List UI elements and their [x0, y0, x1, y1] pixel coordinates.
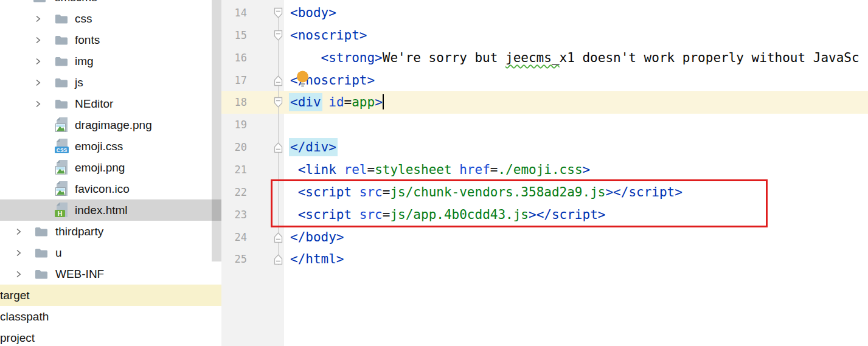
code-segment: = [367, 162, 375, 177]
fold-start-marker-icon[interactable] [274, 97, 283, 111]
code-segment: x1 doesn't work properly without JavaSc [560, 50, 859, 65]
code-segment: </div> [289, 138, 338, 156]
line-number: 19 [221, 114, 247, 136]
code-segment [336, 162, 344, 177]
tree-item-web-inf[interactable]: WEB-INF [0, 263, 221, 285]
fold-end-marker-icon[interactable] [274, 232, 283, 246]
tree-item-classpath[interactable]: classpath [0, 306, 221, 327]
code-segment: <strong> [321, 50, 383, 65]
chevron-right-icon[interactable] [15, 249, 23, 260]
tree-item-label: js [75, 76, 83, 89]
tree-item-label: css [75, 12, 92, 26]
code-line-19[interactable] [284, 114, 868, 136]
tree-item-img[interactable]: img [0, 50, 221, 72]
project-tree-scrollbar[interactable] [212, 0, 221, 261]
code-segment [290, 162, 298, 177]
code-segment [290, 50, 321, 65]
line-number: 23 [221, 204, 247, 226]
code-segment: rel [344, 162, 367, 177]
intention-bulb-icon[interactable] [296, 70, 310, 91]
tree-item-favicon-ico[interactable]: favicon.ico [0, 178, 221, 199]
folder-icon [55, 13, 68, 27]
tree-item-css[interactable]: css [0, 8, 221, 29]
code-segment: href [459, 162, 490, 177]
tree-item-project[interactable]: project [0, 327, 221, 346]
tree-item-u[interactable]: u [0, 242, 221, 263]
tree-item-target[interactable]: target [0, 285, 221, 306]
folder-icon [55, 35, 68, 48]
line-number: 25 [221, 248, 247, 271]
fold-end-marker-icon[interactable] [274, 254, 283, 268]
code-line-20[interactable]: </div> [284, 136, 868, 159]
folder-icon [35, 226, 48, 240]
code-line-24[interactable]: </body> [284, 226, 868, 249]
code-segment: </body> [290, 230, 344, 244]
tree-item-label: dragimage.png [75, 119, 152, 132]
code-segment: > [375, 95, 383, 109]
chevron-right-icon[interactable] [34, 57, 42, 68]
tree-item-label: emoji.css [75, 140, 123, 153]
tree-item-index-html[interactable]: Hindex.html [0, 199, 221, 221]
line-number: 16 [221, 47, 247, 69]
code-segment: id [328, 95, 344, 109]
tree-item-js[interactable]: js [0, 72, 221, 93]
tree-item-label: emoji.png [75, 161, 125, 175]
tree-item-label: index.html [75, 204, 128, 217]
chevron-right-icon[interactable] [34, 78, 42, 89]
line-number: 18 [221, 91, 247, 114]
chevron-down-icon[interactable] [13, 0, 21, 4]
tree-item-label: target [0, 289, 30, 302]
chevron-right-icon[interactable] [15, 270, 23, 281]
fold-start-marker-icon[interactable] [274, 7, 283, 21]
chevron-right-icon[interactable] [34, 15, 42, 26]
code-segment: <link [298, 162, 336, 177]
tree-item-label: smscms [55, 0, 97, 4]
tree-item-label: thirdparty [55, 225, 103, 238]
code-line-25[interactable]: </html> [284, 248, 868, 271]
line-number: 17 [221, 69, 247, 92]
code-line-16[interactable]: <strong>We're sorry but jeecms_x1 doesn'… [284, 47, 868, 69]
code-segment: <body> [290, 5, 336, 20]
line-number: 14 [221, 2, 247, 24]
line-number: 21 [221, 159, 247, 181]
line-number: 24 [221, 226, 247, 249]
code-segment [321, 95, 329, 109]
image-file-icon [55, 181, 69, 199]
tree-item-neditor[interactable]: NEditor [0, 93, 221, 114]
code-segment: </html> [290, 252, 344, 266]
tree-item-fonts[interactable]: fonts [0, 29, 221, 50]
svg-text:CSS: CSS [57, 147, 68, 153]
code-segment: > [583, 162, 591, 177]
folder-icon [35, 269, 48, 282]
tree-item-emoji-png[interactable]: emoji.png [0, 157, 221, 178]
tree-item-smscms[interactable]: smscms [0, 0, 221, 8]
fold-start-marker-icon[interactable] [274, 30, 283, 44]
line-number: 15 [221, 24, 247, 47]
tree-item-label: WEB-INF [55, 268, 104, 281]
folder-icon [55, 99, 68, 112]
chevron-right-icon[interactable] [34, 100, 42, 111]
code-line-15[interactable]: <noscript> [284, 24, 868, 47]
text-cursor [383, 94, 384, 109]
fold-end-marker-icon[interactable] [274, 75, 283, 89]
fold-end-marker-icon[interactable] [274, 142, 283, 156]
tree-item-thirdparty[interactable]: thirdparty [0, 221, 221, 242]
tree-item-dragimage-png[interactable]: dragimage.png [0, 114, 221, 136]
code-line-21[interactable]: <link rel=stylesheet href=./emoji.css> [284, 159, 868, 181]
code-segment: jeecms_ [505, 50, 560, 65]
code-segment [452, 162, 460, 177]
image-file-icon [55, 117, 69, 135]
tree-item-label: fonts [75, 33, 100, 47]
code-line-14[interactable]: <body> [284, 2, 868, 24]
code-line-18[interactable]: <div id=app> [284, 91, 868, 114]
code-line-17[interactable]: </noscript> [284, 69, 868, 92]
chevron-right-icon[interactable] [15, 227, 23, 238]
code-segment: = [344, 95, 352, 109]
chevron-right-icon[interactable] [34, 36, 42, 47]
tree-item-label: favicon.ico [75, 182, 130, 196]
line-number: 22 [221, 181, 247, 204]
tree-item-label: img [75, 55, 94, 68]
tree-item-label: u [55, 246, 62, 260]
tree-item-emoji-css[interactable]: CSSemoji.css [0, 136, 221, 157]
tree-item-label: classpath [0, 310, 49, 324]
